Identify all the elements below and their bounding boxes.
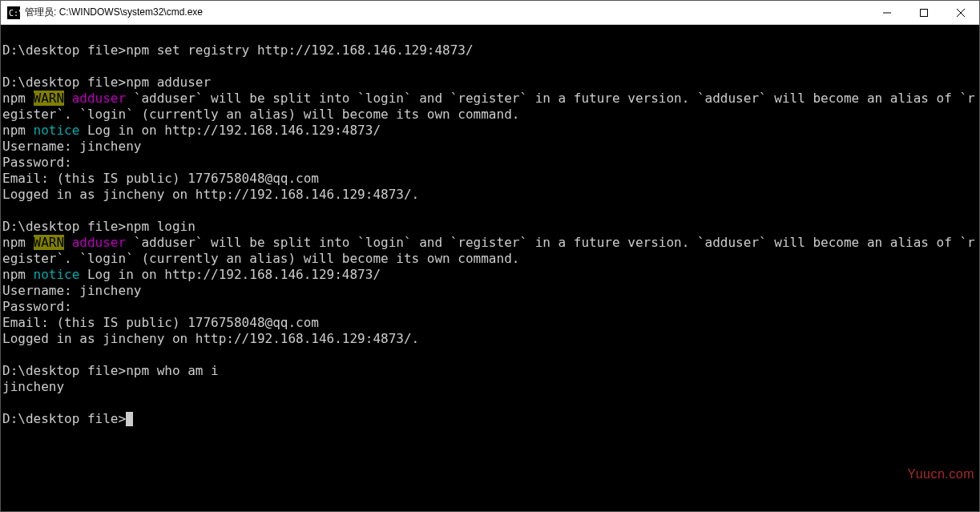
prompt: D:\desktop file> xyxy=(2,219,126,234)
login-url: Log in on http://192.168.146.129:4873/ xyxy=(79,123,381,138)
warn-message: `adduser` will be split into `login` and… xyxy=(2,91,975,122)
warn-badge: WARN xyxy=(34,91,65,106)
prompt: D:\desktop file> xyxy=(2,363,126,378)
logged-in-line: Logged in as jincheny on http://192.168.… xyxy=(2,187,419,202)
whoami-result: jincheny xyxy=(2,379,64,394)
npm-label: npm xyxy=(2,267,34,282)
minimize-button[interactable] xyxy=(869,1,905,25)
warn-badge: WARN xyxy=(34,235,65,250)
npm-label: npm xyxy=(2,91,34,106)
password-line: Password: xyxy=(2,155,72,170)
email-line: Email: (this IS public) 1776758048@qq.co… xyxy=(2,171,319,186)
cursor xyxy=(126,412,133,426)
cmd-text: npm set registry http://192.168.146.129:… xyxy=(126,42,473,58)
notice-label: notice xyxy=(34,267,80,282)
cmd-text: npm adduser xyxy=(126,75,211,90)
prompt: D:\desktop file> xyxy=(2,42,126,58)
cmd-icon: C:\ xyxy=(7,6,20,19)
close-button[interactable] xyxy=(942,1,979,25)
prompt: D:\desktop file> xyxy=(2,75,126,90)
cmd-text: npm who am i xyxy=(126,363,219,378)
cmd-text: npm login xyxy=(126,219,196,234)
title-bar[interactable]: C:\ 管理员: C:\WINDOWS\system32\cmd.exe xyxy=(1,1,979,25)
username-line: Username: jincheny xyxy=(2,139,141,154)
window-title: 管理员: C:\WINDOWS\system32\cmd.exe xyxy=(25,6,203,19)
watermark-text: Yuucn.com xyxy=(907,466,974,482)
window-frame: C:\ 管理员: C:\WINDOWS\system32\cmd.exe D:\… xyxy=(0,0,980,512)
npm-label: npm xyxy=(2,235,34,250)
login-url: Log in on http://192.168.146.129:4873/ xyxy=(79,267,381,282)
username-line: Username: jincheny xyxy=(2,283,141,298)
maximize-button[interactable] xyxy=(905,1,942,25)
adduser-keyword: adduser xyxy=(64,91,126,106)
npm-label: npm xyxy=(2,123,34,138)
email-line: Email: (this IS public) 1776758048@qq.co… xyxy=(2,315,319,330)
password-line: Password: xyxy=(2,299,72,314)
svg-rect-3 xyxy=(921,9,928,16)
logged-in-line: Logged in as jincheny on http://192.168.… xyxy=(2,331,419,346)
warn-message: `adduser` will be split into `login` and… xyxy=(2,235,975,266)
terminal-output[interactable]: D:\desktop file>npm set registry http://… xyxy=(1,25,979,511)
prompt: D:\desktop file> xyxy=(2,411,126,426)
adduser-keyword: adduser xyxy=(64,235,126,250)
svg-text:C:\: C:\ xyxy=(9,9,20,18)
notice-label: notice xyxy=(34,123,80,138)
